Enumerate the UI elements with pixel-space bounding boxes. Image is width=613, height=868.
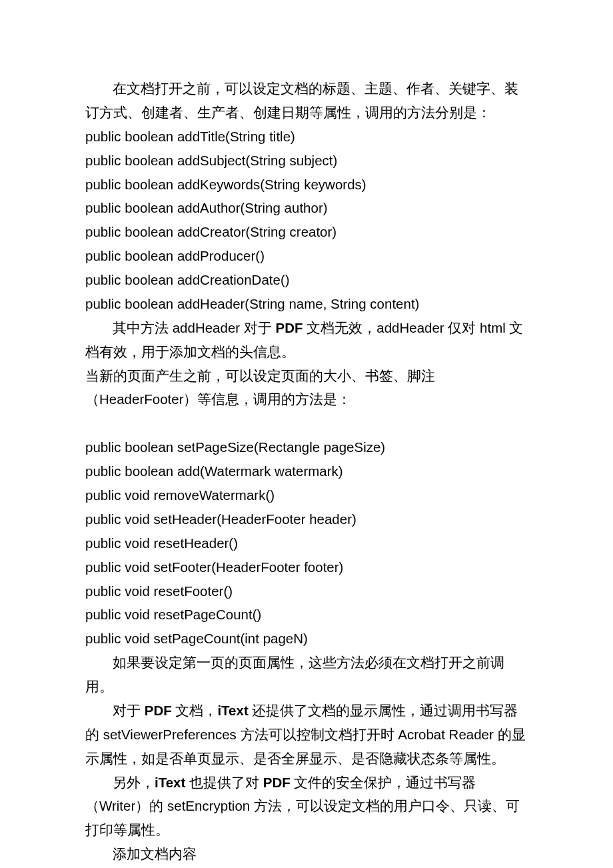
paragraph-page-methods: 当新的页面产生之前，可以设定页面的大小、书签、脚注（HeaderFooter）等… xyxy=(85,364,528,412)
itext-bold: iText xyxy=(155,775,185,790)
text: 也提供了对 xyxy=(185,775,263,790)
code-line: public boolean addTitle(String title) xyxy=(85,125,528,149)
code-line: public boolean addAuthor(String author) xyxy=(85,196,528,220)
code-line: public boolean addCreator(String creator… xyxy=(85,220,528,244)
code-line: public boolean addCreationDate() xyxy=(85,268,528,292)
pdf-bold: PDF xyxy=(276,320,303,335)
code-line: public boolean addProducer() xyxy=(85,244,528,268)
code-line: public boolean add(Watermark watermark) xyxy=(85,459,528,483)
text: 文档， xyxy=(172,703,218,718)
text: 另外， xyxy=(113,775,155,790)
paragraph-viewer-prefs: 对于 PDF 文档，iText 还提供了文档的显示属性，通过调用书写器的 set… xyxy=(85,699,528,771)
code-line: public boolean addHeader(String name, St… xyxy=(85,292,528,316)
itext-bold: iText xyxy=(217,703,248,718)
pdf-bold: PDF xyxy=(263,775,291,790)
code-line: public boolean setPageSize(Rectangle pag… xyxy=(85,435,528,459)
paragraph-first-page-note: 如果要设定第一页的页面属性，这些方法必须在文档打开之前调用。 xyxy=(85,651,528,699)
code-line: public boolean addKeywords(String keywor… xyxy=(85,173,528,197)
paragraph-addheader-note: 其中方法 addHeader 对于 PDF 文档无效，addHeader 仅对 … xyxy=(85,316,528,364)
code-line: public boolean addSubject(String subject… xyxy=(85,149,528,173)
blank-line xyxy=(85,411,528,435)
code-line: public void resetFooter() xyxy=(85,579,528,603)
paragraph-intro: 在文档打开之前，可以设定文档的标题、主题、作者、关键字、装订方式、创建者、生产者… xyxy=(85,77,528,125)
text: 对于 xyxy=(113,703,145,718)
code-line: public void setPageCount(int pageN) xyxy=(85,627,528,651)
code-line: public void resetHeader() xyxy=(85,531,528,555)
code-line: public void resetPageCount() xyxy=(85,603,528,627)
code-line: public void removeWatermark() xyxy=(85,483,528,507)
text: 其中方法 addHeader 对于 xyxy=(113,320,276,335)
paragraph-encryption: 另外，iText 也提供了对 PDF 文件的安全保护，通过书写器（Writer）… xyxy=(85,771,528,843)
code-line: public void setFooter(HeaderFooter foote… xyxy=(85,555,528,579)
paragraph-add-content: 添加文档内容 xyxy=(85,842,528,866)
pdf-bold: PDF xyxy=(145,703,172,718)
code-line: public void setHeader(HeaderFooter heade… xyxy=(85,507,528,531)
